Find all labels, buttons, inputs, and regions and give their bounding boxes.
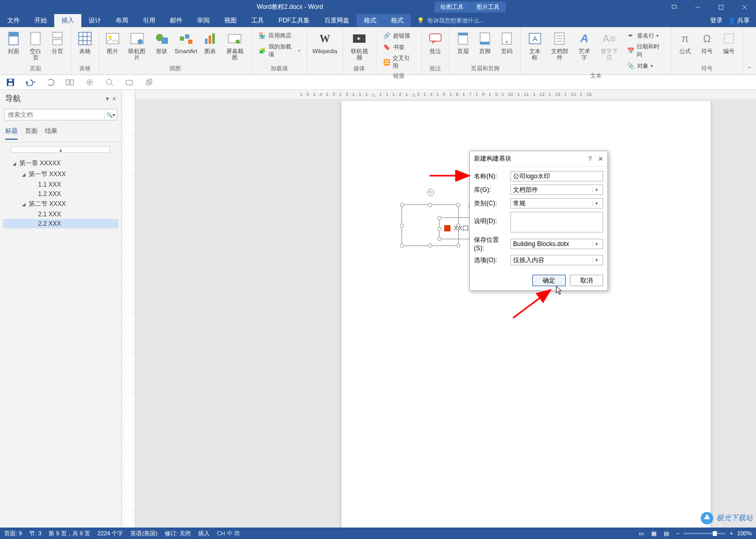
status-word-count[interactable]: 2224 个字 [97,530,124,537]
tell-me-box[interactable]: 💡 告诉我您想要做什么... [411,14,710,27]
datetime-button[interactable]: 📅日期和时间 [625,42,667,59]
tab-layout[interactable]: 布局 [108,14,136,27]
zoom-level[interactable]: 100% [737,530,752,536]
tab-format-draw[interactable]: 格式 [357,14,384,27]
view-print-icon[interactable]: ▦ [651,530,656,537]
equation-button[interactable]: π公式 [675,29,696,55]
status-track[interactable]: 修订: 关闭 [165,530,191,537]
status-page[interactable]: 页面: 9 [4,530,22,537]
online-pictures-button[interactable]: 联机图片 [124,29,150,62]
tab-file[interactable]: 文件 [0,14,27,27]
status-page-of[interactable]: 第 9 页，共 9 页 [48,530,90,537]
search-icon[interactable]: 🔍▾ [104,109,117,120]
dialog-help-icon[interactable]: ? [588,155,592,163]
store-button[interactable]: 🏪应用商店 [256,30,302,41]
nav-jump-bar[interactable]: ▲ [11,146,110,153]
page-break-button[interactable]: 分页 [47,29,68,55]
comment-button[interactable]: 批注 [425,29,446,55]
object-button[interactable]: 📎对象 ▾ [625,60,667,71]
tab-tools[interactable]: 工具 [244,14,271,27]
tab-format-picture[interactable]: 格式 [384,14,411,27]
my-addins-button[interactable]: 🧩我的加载项 ▾ [256,42,302,59]
smartart-button[interactable]: SmartArt [173,29,199,55]
footer-button[interactable]: 页脚 [474,29,495,55]
symbol-button[interactable]: Ω符号 [697,29,717,55]
undo-button[interactable]: ▾ [25,77,35,88]
shapes-button[interactable]: 形状 [151,29,172,55]
cover-page-button[interactable]: 封面 [3,29,24,55]
tab-design[interactable]: 设计 [81,14,108,27]
name-input[interactable] [510,171,603,181]
nav-tree-item[interactable]: ◢第二节 XXXX [3,199,118,210]
qat-btn-5[interactable] [84,77,95,88]
tab-references[interactable]: 引用 [136,14,163,27]
status-section[interactable]: 节: 3 [29,530,41,537]
ok-button[interactable]: 确定 [532,275,566,286]
share-button[interactable]: 👤共享 [728,16,750,25]
nav-tree-item[interactable]: 2.1 XXX [3,210,118,219]
header-button[interactable]: 页眉 [453,29,473,55]
nav-search-input[interactable] [5,109,104,120]
quick-parts-button[interactable]: 文档部件 [546,29,573,62]
table-button[interactable]: 表格 [75,29,95,55]
chart-button[interactable]: 图表 [200,29,221,55]
textbox-button[interactable]: A文本框 [524,29,545,62]
nav-tab-pages[interactable]: 页面 [25,127,38,140]
pictures-button[interactable]: 图片 [102,29,123,55]
save-button[interactable] [5,77,16,88]
dialog-close-icon[interactable]: ✕ [598,155,603,163]
nav-tree-item-selected[interactable]: 2.2 XXX [3,219,118,228]
status-insert[interactable]: 插入 [198,530,210,537]
view-web-icon[interactable]: ▤ [664,530,669,537]
tab-review[interactable]: 审阅 [190,14,217,27]
blank-page-button[interactable]: 空白页 [25,29,46,62]
wikipedia-button[interactable]: WWikipedia [310,29,339,55]
minimize-icon[interactable] [686,0,709,14]
tab-pdf[interactable]: PDF工具集 [271,14,317,27]
zoom-slider[interactable] [684,533,725,534]
tab-view[interactable]: 视图 [217,14,244,27]
screenshot-button[interactable]: 屏幕截图 [222,29,248,62]
nav-tab-results[interactable]: 结果 [45,127,57,140]
wordart-button[interactable]: A艺术字 [574,29,595,62]
tab-mailings[interactable]: 邮件 [163,14,190,27]
zoom-in-icon[interactable]: + [729,530,733,536]
nav-close-icon[interactable]: ✕ [112,96,116,102]
tab-home[interactable]: 开始 [27,14,54,27]
close-icon[interactable] [733,0,756,14]
qat-btn-7[interactable] [124,77,135,88]
category-combo[interactable]: 常规▾ [510,198,603,209]
qat-btn-6[interactable] [104,77,115,88]
view-read-icon[interactable]: ▭ [639,530,644,537]
nav-tree-item[interactable]: ◢第一节 XXXX [3,169,118,180]
nav-dropdown-icon[interactable]: ▼ [105,96,110,102]
tab-insert[interactable]: 插入 [54,14,81,27]
options-combo[interactable]: 仅插入内容▾ [510,255,603,265]
desc-textarea[interactable] [510,212,603,232]
ribbon-options-icon[interactable] [662,0,686,14]
savein-combo[interactable]: Building Blocks.dotx▾ [510,239,603,249]
gallery-combo[interactable]: 文档部件▾ [510,185,603,195]
status-language[interactable]: 英语(美国) [130,530,157,537]
rotate-handle-icon[interactable]: ↻ [427,189,434,196]
nav-tree-item[interactable]: 1.1 XXX [3,180,118,189]
bookmark-button[interactable]: 🔖书签 [381,42,418,52]
nav-tree-item[interactable]: ◢第一章 XXXXX [3,158,118,169]
qat-btn-4[interactable] [65,77,75,88]
zoom-out-icon[interactable]: − [676,530,679,536]
number-button[interactable]: 编号 [718,29,739,55]
nav-tab-headings[interactable]: 标题 [5,127,18,140]
cancel-button[interactable]: 取消 [570,275,603,286]
page-number-button[interactable]: #页码 [496,29,517,55]
cross-ref-button[interactable]: 🔀交叉引用 [381,53,418,71]
signature-button[interactable]: ✒签名行 ▾ [625,30,667,41]
redo-button[interactable] [45,77,55,88]
maximize-icon[interactable] [709,0,733,14]
login-link[interactable]: 登录 [710,16,723,25]
hyperlink-button[interactable]: 🔗超链接 [381,30,418,41]
drop-cap-button[interactable]: A≡首字下沉 [596,29,623,62]
qat-btn-8[interactable] [144,77,154,88]
collapse-ribbon-icon[interactable]: ⌃ [743,27,756,75]
tab-baidu[interactable]: 百度网盘 [317,14,357,27]
online-video-button[interactable]: 联机视频 [346,29,373,62]
